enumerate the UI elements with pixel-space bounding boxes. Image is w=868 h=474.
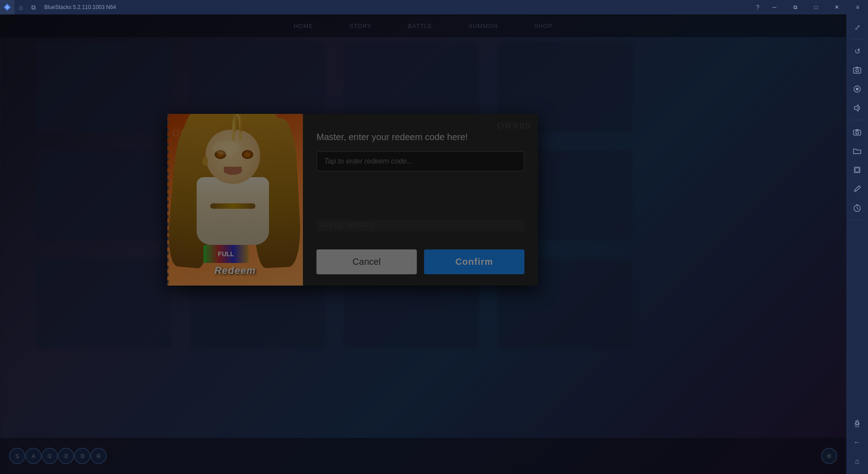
svg-marker-7 [854,105,858,111]
svg-rect-2 [854,68,861,73]
maximize-button[interactable]: □ [806,0,826,14]
timer-icon [853,204,861,212]
pen-button[interactable] [848,180,866,198]
bluestacks-logo [0,0,14,14]
rotate-button[interactable]: ↺ [848,42,866,60]
svg-rect-10 [856,129,859,131]
game-area: HOME STORY BATTLE SUMMON SHOP ORX076EK6 [0,14,846,474]
titlebar-title: BlueStacks 5.2.110.1003 N64 [40,4,121,10]
copy-titlebar-button[interactable]: ⧉ [27,1,40,14]
bs-logo-icon [3,3,12,12]
svg-point-6 [856,88,859,90]
svg-rect-4 [856,67,859,68]
sidebar-divider-1 [850,39,864,39]
folder-icon [853,147,861,155]
home-game-button[interactable]: ⌂ [848,452,866,470]
svg-line-16 [857,208,859,209]
settings-icon [853,419,861,427]
sidebar-toggle-button[interactable]: ≡ [847,0,868,14]
svg-point-3 [856,69,859,72]
close-button[interactable]: ✕ [826,0,847,14]
help-button[interactable]: ? [751,1,764,14]
record-button[interactable] [848,80,866,98]
record-icon [853,85,861,93]
back-game-button[interactable]: ← [848,433,866,451]
sidebar-divider-3 [850,220,864,220]
home-titlebar-button[interactable]: ⌂ [14,1,27,14]
svg-point-9 [856,131,859,134]
layers-button[interactable] [848,161,866,179]
svg-rect-8 [854,130,861,135]
screenshot-button[interactable] [848,61,866,79]
camera-button[interactable] [848,123,866,141]
window-controls: ? ─ ⧉ □ ✕ ≡ [751,0,868,14]
volume-icon [853,104,861,112]
restore-button[interactable]: ⧉ [785,0,806,14]
timer-button[interactable] [848,199,866,217]
screenshot-icon [853,66,861,74]
settings-button[interactable] [848,414,866,432]
camera-icon [853,128,861,136]
layers-icon [853,166,861,174]
titlebar: ⌂ ⧉ BlueStacks 5.2.110.1003 N64 ? ─ ⧉ □ … [0,0,868,14]
folder-button[interactable] [848,142,866,160]
svg-rect-12 [855,168,859,172]
pen-icon [853,185,861,193]
right-sidebar: ⤢ ↺ [846,14,868,474]
volume-button[interactable] [848,99,866,117]
sidebar-divider-2 [850,120,864,120]
expand-sidebar-button[interactable]: ⤢ [848,18,866,36]
modal-overlay [0,14,846,474]
minimize-button[interactable]: ─ [764,0,785,14]
